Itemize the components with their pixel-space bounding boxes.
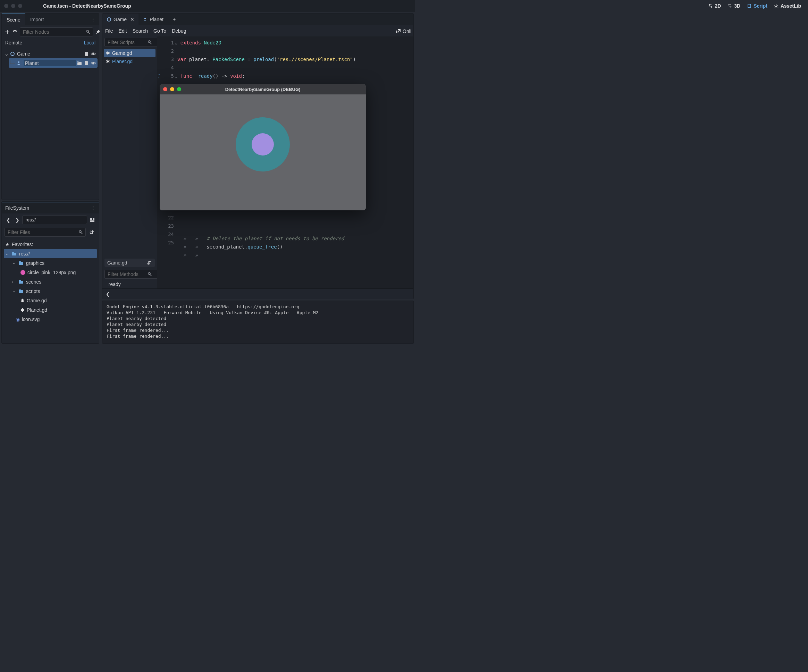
online-label: Onli [402,28,411,34]
characterbody2d-icon [143,17,147,22]
view-mode-button[interactable] [88,216,96,224]
chevron-down-icon[interactable]: ⌄ [5,51,9,57]
tab-label: Planet [150,17,164,22]
chevron-down-icon[interactable]: ⌄ [12,289,16,293]
instantiate-scene-button[interactable] [12,28,18,36]
scene-tool-button[interactable] [95,28,101,36]
output-line: Vulkan API 1.2.231 - Forward Mobile - Us… [107,309,409,316]
menu-search[interactable]: Search [133,28,148,33]
visibility-icon[interactable] [90,51,96,57]
star-icon: ★ [5,242,10,247]
image-thumb-icon [20,270,25,275]
path-input[interactable] [22,216,87,224]
import-tab[interactable]: Import [25,13,49,25]
link-icon [12,29,18,35]
folder-icon [18,260,24,266]
game-viewport[interactable] [160,94,366,211]
add-node-button[interactable] [5,28,10,36]
scene-tab[interactable]: Scene [2,13,25,25]
scene-node-game[interactable]: ⌄ Game [3,49,97,59]
debug-game-window[interactable]: DetectNearbySameGroup (DEBUG) [160,84,366,211]
fs-folder-scripts[interactable]: ⌄ scripts [4,286,97,296]
script-attach-icon[interactable] [83,51,89,57]
remote-tab[interactable]: Remote [5,40,22,45]
add-tab-button[interactable]: ＋ [168,13,181,25]
current-script-label[interactable]: Game.gd [105,259,155,267]
filter-files-input[interactable] [5,228,86,237]
menu-file[interactable]: File [105,28,113,33]
close-window-icon[interactable] [4,4,8,8]
scene-node-planet[interactable]: Planet [9,59,97,68]
fs-label: scenes [26,279,41,285]
panel-menu-icon[interactable]: ⋮ [87,13,99,25]
tab-label: Game [114,17,127,22]
chevron-down-icon[interactable]: ⌄ [12,261,16,265]
minimize-window-icon[interactable] [11,4,15,8]
online-docs-button[interactable]: Onli [394,25,413,37]
favorites-row[interactable]: ★ Favorites: [4,239,97,249]
script-item-game[interactable]: ✱Game.gd [104,49,155,57]
fs-file-icon-svg[interactable]: ◉ icon.svg [4,314,97,324]
clapper-icon[interactable] [77,60,82,66]
search-icon [147,271,153,277]
nav-forward-button[interactable]: ❯ [13,216,21,224]
search-icon [85,29,91,35]
search-icon [78,229,83,235]
debug-window-title: DetectNearbySameGroup (DEBUG) [160,87,366,92]
menu-goto[interactable]: Go To [154,28,166,33]
gear-icon: ✱ [106,50,110,56]
close-window-icon[interactable] [163,87,167,91]
method-item[interactable]: _ready [102,280,157,288]
sort-button[interactable] [88,228,96,236]
script-label: Game.gd [112,50,132,56]
fs-label: graphics [26,260,44,266]
svg-point-1 [92,53,94,55]
svg-rect-6 [90,221,94,222]
favorites-label: Favorites: [12,242,33,247]
script-item-planet[interactable]: ✱Planet.gd [104,57,155,65]
fs-folder-graphics[interactable]: ⌄ graphics [4,258,97,267]
panel-menu-icon[interactable]: ⋮ [90,205,95,211]
window-titlebar: Game.tscn - DetectNearbySameGroup 2D 3D … [0,0,415,12]
menu-debug[interactable]: Debug [172,28,186,33]
output-line: Planet nearby detected [107,316,409,321]
folder-icon [18,288,24,294]
filter-nodes-input[interactable] [20,27,93,37]
fs-folder-scenes[interactable]: › scenes [4,277,97,286]
svg-point-3 [92,62,94,64]
menu-edit[interactable]: Edit [119,28,127,33]
visibility-icon[interactable] [90,60,96,66]
fs-label: res:// [19,251,30,256]
fs-root-row[interactable]: ⌄ res:// [4,249,97,258]
minimize-window-icon[interactable] [170,87,174,91]
node2d-icon [9,51,16,57]
svg-rect-4 [90,218,92,220]
nav-back-button[interactable]: ❮ [5,216,12,224]
back-icon[interactable]: ❮ [106,291,110,297]
close-icon[interactable]: ✕ [130,17,134,22]
node-label: Game [17,51,83,57]
maximize-window-icon[interactable] [177,87,181,91]
editor-tab-game[interactable]: Game ✕ [102,13,139,25]
output-line: First frame rendered... [107,333,409,339]
fs-file-circle-png[interactable]: circle_pink_128px.png [4,267,97,277]
scene-tree: ⌄ Game Planet [2,48,99,69]
editor-tab-planet[interactable]: Planet [139,13,168,25]
sort-icon[interactable] [147,260,152,266]
fs-file-planet-gd[interactable]: ✱ Planet.gd [4,305,97,314]
mac-traffic-lights [163,87,181,91]
fs-file-game-gd[interactable]: ✱ Game.gd [4,296,97,305]
output-panel[interactable]: Godot Engine v4.1.3.stable.official.f06b… [102,301,414,344]
node-label-editing[interactable]: Planet [23,60,77,67]
script-attach-icon[interactable] [83,60,89,66]
debug-titlebar[interactable]: DetectNearbySameGroup (DEBUG) [160,84,366,94]
line-number: 23 [157,222,174,230]
chevron-right-icon[interactable]: › [12,280,16,284]
gear-icon: ✱ [20,298,25,303]
chevron-down-icon[interactable]: ⌄ [5,251,9,256]
local-tab[interactable]: Local [84,40,95,45]
breadcrumb-bar[interactable]: ❮ [102,288,413,299]
script-side-panel: ✱Game.gd ✱Planet.gd Game.gd [102,37,157,288]
maximize-window-icon[interactable] [18,4,22,8]
connect-icon: ⤴ [158,72,160,80]
